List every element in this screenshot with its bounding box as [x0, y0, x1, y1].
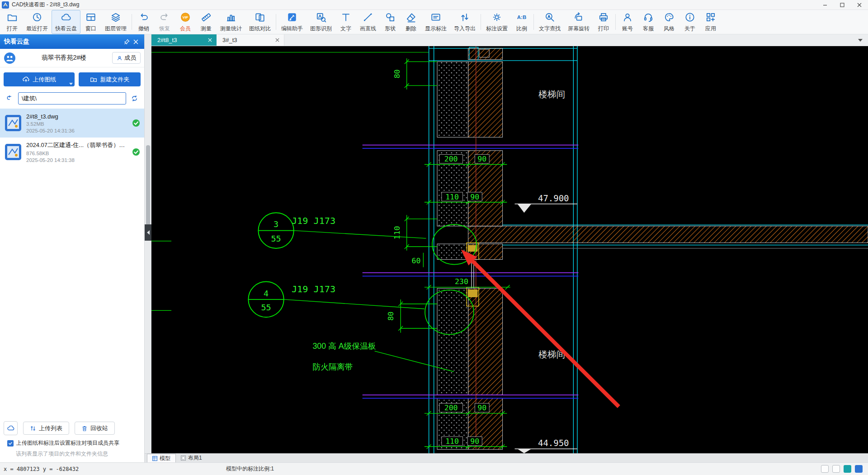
svg-text:90: 90	[477, 404, 486, 412]
file-item-1[interactable]: 2#t8_t3.dwg3.52MB2025-05-20 14:31:36	[0, 109, 144, 138]
status-view-toggle-icon[interactable]	[844, 465, 851, 473]
drawing-tab-label: 3#_t3	[222, 37, 237, 43]
toolbar-label-redo: 恢复	[159, 25, 170, 33]
svg-text:90: 90	[470, 193, 479, 201]
toolbar-item-shapes[interactable]: 形状	[380, 10, 401, 34]
back-button[interactable]	[4, 92, 16, 104]
svg-text:44.950: 44.950	[538, 438, 569, 448]
minimize-button[interactable]	[816, 0, 834, 10]
toolbar-item-import-export[interactable]: 导入导出	[450, 10, 479, 34]
layout1-tab[interactable]: 布局1	[176, 454, 207, 462]
drawing-tab-bar: 2#t8_t33#_t3	[151, 34, 868, 46]
toolbar-label-apps: 应用	[705, 25, 716, 33]
toolbar-item-measure-stats[interactable]: 测量统计	[217, 10, 245, 34]
toolbar-item-shape-recognition[interactable]: 图形识别	[307, 10, 335, 34]
tab-list-dropdown-icon[interactable]	[858, 39, 863, 42]
toolbar-item-scale-ratio[interactable]: A:B比例	[511, 10, 532, 34]
toolbar-label-cloud-drive: 快看云盘	[55, 25, 77, 33]
toolbar-item-style[interactable]: 风格	[659, 10, 679, 34]
upload-label: 上传图纸	[33, 76, 56, 84]
drawing-tab-2[interactable]: 3#_t3	[217, 34, 284, 46]
refresh-button[interactable]	[128, 92, 141, 104]
toolbar-item-support[interactable]: 客服	[638, 10, 659, 34]
toolbar-item-draw-line[interactable]: 画直线	[356, 10, 380, 34]
sidebar-strip	[145, 34, 151, 453]
delete-icon	[406, 12, 416, 24]
upload-list-button[interactable]: 上传列表	[23, 422, 69, 435]
toolbar-label-open: 打开	[7, 25, 18, 33]
sidebar-footer: 上传列表 回收站 上传图纸和标注后设置标注对项目成员共享 该列表显示了项目的文件…	[0, 418, 144, 462]
toolbar-item-apps[interactable]: 应用	[700, 10, 721, 34]
toolbar-item-screen-rotate[interactable]: 屏幕旋转	[564, 10, 593, 34]
pin-icon[interactable]	[122, 37, 131, 46]
sidebar-collapse-handle[interactable]	[145, 224, 151, 241]
drawing-tab-1[interactable]: 2#t8_t3	[151, 34, 217, 46]
toolbar-item-vip[interactable]: VIP会员	[175, 10, 196, 34]
toolbar-item-print[interactable]: 打印	[593, 10, 614, 34]
svg-text:90: 90	[477, 155, 486, 163]
list-hint: 该列表显示了项目的文件和文件夹信息	[4, 448, 141, 461]
measure-icon	[201, 12, 212, 24]
svg-text:J19 J173: J19 J173	[292, 215, 335, 226]
status-layout-toggle-icon[interactable]	[855, 465, 863, 473]
cad-canvas[interactable]: 80 200 90 110 90 110 60 230 80 200	[151, 46, 868, 453]
path-input[interactable]: \建筑\	[18, 92, 126, 104]
upload-dropdown-caret-icon[interactable]	[69, 83, 73, 85]
file-item-2[interactable]: 2024.07二区建通-住...（翡翠书香）_t3.dwg876.58KB202…	[0, 138, 144, 166]
vip-icon: VIP	[180, 12, 191, 24]
toolbar-label-delete: 删除	[406, 25, 416, 33]
drawing-tab-label: 2#t8_t3	[157, 37, 177, 43]
toolbar-item-open[interactable]: 打开	[2, 10, 23, 34]
status-doc-icon-2[interactable]	[832, 465, 840, 473]
annotation-scale: 模型中的标注比例:1	[226, 465, 274, 473]
room-label-top: 楼梯间	[538, 89, 565, 99]
toolbar-separator	[615, 14, 616, 30]
recycle-bin-button[interactable]: 回收站	[75, 422, 115, 435]
measure-stats-icon	[226, 12, 236, 24]
account-icon	[622, 12, 633, 24]
new-folder-button[interactable]: 新建文件夹	[79, 72, 141, 86]
share-checkbox[interactable]	[7, 440, 14, 446]
model-tab[interactable]: 模型	[147, 454, 176, 462]
cursor-coordinates: x = 4807123 y = -628432	[4, 466, 79, 472]
toolbar-item-delete[interactable]: 删除	[401, 10, 421, 34]
toolbar-item-window[interactable]: 窗口	[80, 10, 101, 34]
panel-close-icon[interactable]	[131, 37, 140, 46]
support-icon	[643, 12, 654, 24]
file-meta: 2024.07二区建通-住...（翡翠书香）_t3.dwg876.58KB202…	[26, 141, 128, 163]
cloud-image-button[interactable]	[4, 421, 18, 435]
draw-line-icon	[363, 12, 373, 24]
members-button[interactable]: 成员	[112, 52, 141, 64]
trash-icon	[81, 425, 88, 432]
upload-drawing-button[interactable]: 上传图纸	[4, 72, 75, 86]
toolbar-item-undo[interactable]: 撤销	[133, 10, 154, 34]
toolbar-item-measure[interactable]: 测量	[196, 10, 217, 34]
toolbar-item-edit-assistant[interactable]: 编辑助手	[278, 10, 307, 34]
toolbar-item-find-text[interactable]: 文字查找	[535, 10, 564, 34]
status-doc-icon-1[interactable]	[821, 465, 829, 473]
toolbar-item-account[interactable]: 账号	[617, 10, 638, 34]
toolbar-item-cloud-drive[interactable]: 快看云盘	[52, 10, 80, 34]
maximize-button[interactable]	[834, 0, 851, 10]
toolbar-item-about[interactable]: 关于	[679, 10, 700, 34]
toolbar-item-drawing-compare[interactable]: 图纸对比	[245, 10, 274, 34]
toolbar-label-undo: 撤销	[138, 25, 149, 33]
sidebar-scrollbar[interactable]	[146, 145, 150, 229]
toolbar-item-text[interactable]: 文字	[335, 10, 356, 34]
tab-close-icon[interactable]	[275, 37, 279, 43]
toolbar-item-annotation-settings[interactable]: 标注设置	[482, 10, 511, 34]
toolbar-item-layer-manager[interactable]: 图层管理	[101, 10, 130, 34]
toolbar-label-edit-assistant: 编辑助手	[281, 25, 303, 33]
svg-text:4: 4	[264, 289, 269, 298]
toolbar-item-recent-open[interactable]: 最近打开	[23, 10, 52, 34]
close-button[interactable]	[851, 0, 868, 10]
toolbar-item-redo[interactable]: 恢复	[154, 10, 175, 34]
cad-drawing: 80 200 90 110 90 110 60 230 80 200	[151, 46, 868, 453]
toolbar-item-show-annotations[interactable]: 显示标注	[421, 10, 450, 34]
tab-close-icon[interactable]	[208, 37, 212, 43]
title-bar: CAD快速看图 - 2#t8_t3.dwg	[0, 0, 868, 10]
space-tab-strip: 模型 布局1	[145, 453, 868, 462]
style-icon	[664, 12, 675, 24]
cloud-small-icon	[7, 424, 15, 432]
uploaded-check-icon	[132, 148, 140, 156]
